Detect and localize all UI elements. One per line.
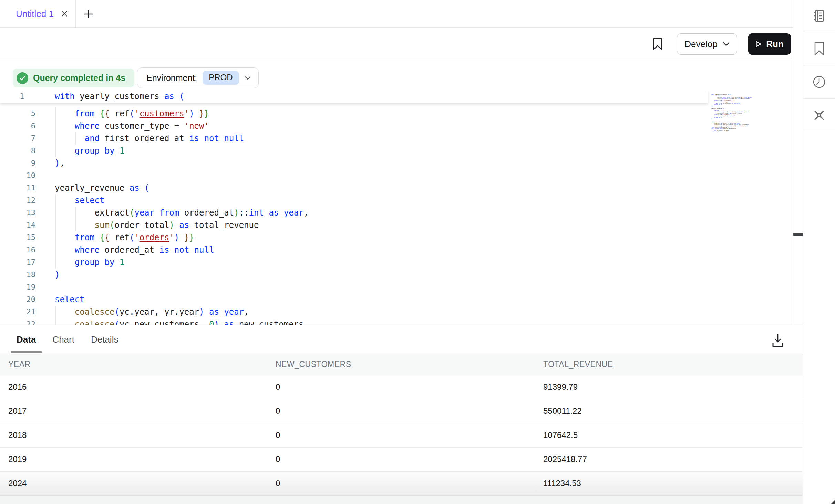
code-text: group by 1 [55, 145, 124, 157]
code-text: where ordered_at is not null [55, 244, 214, 256]
line-number: 12 [0, 194, 35, 207]
resize-grip[interactable] [831, 500, 835, 504]
code-line-13: 13 extract(year from ordered_at)::int as… [0, 207, 793, 219]
line-number: 7 [0, 132, 35, 145]
code-line-18: 18) [0, 269, 793, 281]
sidebar-item-bookmarks[interactable] [803, 32, 835, 65]
line-number: 22 [0, 318, 35, 325]
line-number: 21 [0, 306, 35, 318]
chevron-down-icon [245, 76, 251, 80]
code-text: extract(year from ordered_at)::int as ye… [55, 207, 309, 219]
code-editor[interactable]: 5 from {{ ref('customers') }}6 where cus… [0, 90, 793, 325]
app-window: Untitled 1 Develop Run [0, 0, 835, 504]
right-sidebar [803, 0, 835, 504]
code-text: with yearly_customers as ( [55, 90, 184, 103]
code-line-19: 19 [0, 281, 793, 293]
download-button[interactable] [767, 332, 788, 349]
tab-bar: Untitled 1 [0, 0, 793, 28]
table-cell: 107642.5 [535, 423, 803, 447]
close-icon[interactable] [61, 10, 68, 18]
header-row: YEARNEW_CUSTOMERSTOTAL_REVENUE [0, 354, 803, 375]
chevron-down-icon [723, 42, 730, 46]
results-tab-data[interactable]: Data [11, 325, 42, 354]
column-header-new_customers: NEW_CUSTOMERS [267, 354, 535, 375]
line-number: 17 [0, 256, 35, 269]
table-row: 20180107642.5 [0, 423, 803, 447]
environment-selector[interactable]: Environment: PROD [137, 67, 259, 88]
code-line-7: 7 and first_ordered_at is not null [0, 132, 793, 145]
explore-icon [812, 108, 826, 123]
run-button[interactable]: Run [748, 33, 791, 55]
run-label: Run [766, 39, 784, 50]
results-tab-details[interactable]: Details [85, 325, 124, 354]
download-icon [772, 333, 784, 348]
status-row: Query completed in 4s Environment: PROD [0, 60, 793, 90]
line-number: 1 [0, 90, 35, 103]
table-cell: 2025418.77 [535, 447, 803, 471]
tab-title: Untitled 1 [16, 9, 54, 19]
results-table-header: YEARNEW_CUSTOMERSTOTAL_REVENUE [0, 354, 803, 375]
line-number: 11 [0, 182, 35, 194]
panel-drag-handle[interactable] [793, 233, 803, 236]
results-tab-chart[interactable]: Chart [47, 325, 80, 354]
check-circle-icon [17, 72, 28, 84]
tab-untitled-1[interactable]: Untitled 1 [0, 0, 76, 28]
results-tab-bar: DataChartDetails [0, 325, 803, 354]
line-number: 20 [0, 293, 35, 306]
code-line-12: 12 select [0, 194, 793, 207]
bookmark-icon [813, 41, 825, 56]
table-row: 20240111234.53 [0, 471, 803, 495]
table-row: 201902025418.77 [0, 447, 803, 471]
table-cell: 91399.79 [535, 375, 803, 399]
horizontal-scrollbar[interactable] [0, 495, 803, 504]
query-status-badge: Query completed in 4s [13, 69, 134, 87]
table-cell: 2017 [0, 399, 267, 423]
code-line-11: 11yearly_revenue as ( [0, 182, 793, 194]
code-text: from {{ ref('customers') }} [55, 107, 209, 120]
environment-label: Environment: [146, 73, 197, 83]
minimap-line: order by 1 [711, 131, 752, 133]
bookmark-icon [652, 38, 663, 50]
code-text: where customer_type = 'new' [55, 120, 209, 132]
code-line-10: 10 [0, 169, 793, 182]
develop-label: Develop [684, 39, 717, 50]
sidebar-item-history[interactable] [803, 65, 835, 99]
code-line-14: 14 sum(order_total) as total_revenue [0, 219, 793, 231]
code-line-16: 16 where ordered_at is not null [0, 244, 793, 256]
history-icon [812, 75, 826, 89]
code-text: sum(order_total) as total_revenue [55, 219, 259, 231]
line-number: 15 [0, 231, 35, 244]
results-panel: DataChartDetails YEARNEW_CUSTOMERSTOTAL_… [0, 325, 803, 504]
table-cell: 550011.22 [535, 399, 803, 423]
table-cell: 0 [267, 471, 535, 495]
bookmark-button[interactable] [651, 37, 664, 51]
sidebar-item-explore[interactable] [803, 99, 835, 132]
code-line-8: 8 group by 1 [0, 145, 793, 157]
line-number: 18 [0, 269, 35, 281]
minimap[interactable]: with yearly_customers as ( select extrac… [711, 94, 752, 133]
code-text: group by 1 [55, 256, 124, 269]
column-header-total_revenue: TOTAL_REVENUE [535, 354, 803, 375]
develop-dropdown[interactable]: Develop [677, 33, 737, 55]
code-text: coalesce(yc.year, yr.year) as year, [55, 306, 249, 318]
table-cell: 111234.53 [535, 471, 803, 495]
line-number: 13 [0, 207, 35, 219]
sticky-scroll-line[interactable]: 1with yearly_customers as ( [0, 90, 708, 103]
code-line-1: 1with yearly_customers as ( [0, 90, 793, 103]
code-line-9: 9), [0, 157, 793, 169]
code-text: ), [55, 157, 65, 169]
table-cell: 2018 [0, 423, 267, 447]
line-number: 10 [0, 169, 35, 182]
sidebar-item-notebook[interactable] [803, 0, 835, 32]
column-header-year: YEAR [0, 354, 267, 375]
results-table: YEARNEW_CUSTOMERSTOTAL_REVENUE 201609139… [0, 354, 803, 495]
code-text: select [55, 293, 85, 306]
query-status-text: Query completed in 4s [33, 73, 125, 83]
table-cell: 0 [267, 447, 535, 471]
code-text: coalesce(yc.new_customers, 0) as new_cus… [55, 318, 309, 325]
new-tab-button[interactable] [82, 8, 95, 21]
line-number: 14 [0, 219, 35, 231]
line-number: 19 [0, 281, 35, 293]
play-icon [755, 41, 762, 48]
table-row: 20170550011.22 [0, 399, 803, 423]
